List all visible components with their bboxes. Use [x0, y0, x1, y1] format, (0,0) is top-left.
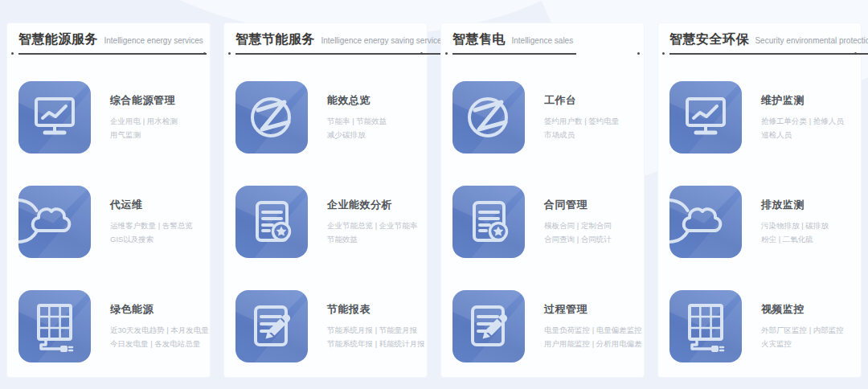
item-subline: 节能效益 — [327, 232, 417, 246]
service-item[interactable]: 代运维 运维客户数量 | 告警总览 GIS以及搜索 — [18, 186, 205, 258]
card-header: 智慧能源服务 Intelligence energy services — [12, 31, 205, 59]
service-item[interactable]: 合同管理 模板合同 | 定制合同 合同查询 | 合同统计 — [452, 186, 639, 258]
item-title: 排放监测 — [761, 198, 829, 212]
service-card-energy-saving: 智慧节能服务 Intelligence energy saving servic… — [223, 23, 428, 378]
item-subline: 电量负荷监控 | 电量偏差监控 — [544, 323, 639, 337]
z-circle-icon — [235, 81, 308, 154]
item-subline: 节能系统月报 | 节能量月报 — [327, 323, 422, 337]
item-title: 过程管理 — [544, 302, 639, 317]
item-title: 视频监控 — [761, 302, 844, 317]
card-subtitle: Intelligence sales — [511, 36, 573, 45]
item-subline: 企业节能总览 | 企业节能率 — [327, 219, 417, 232]
item-subline: 签约用户数 | 签约电量 — [544, 114, 619, 128]
item-title: 绿色能源 — [110, 302, 205, 317]
item-title: 合同管理 — [544, 198, 612, 212]
doc-star-icon — [452, 186, 525, 258]
item-subline: 运维客户数量 | 告警总览 — [110, 219, 193, 232]
item-subline: 减少碳排放 — [327, 128, 387, 141]
card-header: 智慧节能服务 Intelligence energy saving servic… — [229, 31, 422, 59]
card-subtitle: Intelligence energy saving services — [321, 36, 445, 45]
item-subline: 模板合同 | 定制合同 — [544, 219, 612, 232]
service-item[interactable]: 综合能源管理 企业用电 | 用水检测 用气监测 — [18, 81, 205, 154]
doc-pencil-icon — [235, 290, 308, 362]
item-subline: 粉尘 | 二氧化硫 — [761, 232, 829, 246]
item-title: 工作台 — [544, 93, 619, 108]
header-dot-right — [203, 52, 206, 55]
service-item[interactable]: 视频监控 外部厂区监控 | 内部监控 火灾监控 — [669, 290, 856, 362]
card-title: 智慧能源服务 — [18, 32, 98, 46]
solar-panel-icon — [18, 290, 91, 362]
monitor-chart-icon — [669, 81, 742, 154]
item-subline: 用气监测 — [110, 128, 178, 141]
service-item[interactable]: 企业能效分析 企业节能总览 | 企业节能率 节能效益 — [235, 186, 422, 258]
item-subline: 节能率 | 节能效益 — [327, 114, 387, 128]
z-circle-icon — [452, 81, 525, 154]
item-title: 综合能源管理 — [110, 93, 178, 108]
item-title: 节能报表 — [327, 302, 422, 317]
item-title: 代运维 — [110, 198, 193, 212]
header-dot-left — [228, 52, 231, 55]
header-dot-right — [854, 52, 857, 55]
header-dot-right — [637, 52, 640, 55]
solar-panel-icon — [669, 290, 742, 362]
item-subline: 用户用能监控 | 分析用电偏差 — [544, 337, 639, 350]
card-header: 智慧安全环保 Security environmental protection — [663, 31, 856, 59]
header-dot-left — [445, 52, 448, 55]
service-card-safety: 智慧安全环保 Security environmental protection… — [657, 23, 862, 378]
card-subtitle: Intelligence energy services — [104, 36, 203, 45]
card-subtitle: Security environmental protection — [755, 36, 868, 45]
cloud-circle-icon — [18, 186, 91, 258]
item-subline: 近30天发电趋势 | 本月发电量 — [110, 323, 205, 337]
header-dot-right — [420, 52, 423, 55]
doc-star-icon — [235, 186, 308, 258]
header-dot-left — [11, 52, 14, 55]
service-item[interactable]: 工作台 签约用户数 | 签约电量 市场成员 — [452, 81, 639, 154]
service-item[interactable]: 过程管理 电量负荷监控 | 电量偏差监控 用户用能监控 | 分析用电偏差 — [452, 290, 639, 362]
item-subline: 巡检人员 — [761, 128, 844, 141]
header-dot-left — [662, 52, 665, 55]
service-card-energy: 智慧能源服务 Intelligence energy services 综合能源… — [6, 23, 211, 378]
item-subline: GIS以及搜索 — [110, 232, 193, 246]
service-item[interactable]: 排放监测 污染物排放 | 碳排放 粉尘 | 二氧化硫 — [669, 186, 856, 258]
service-columns: 智慧能源服务 Intelligence energy services 综合能源… — [6, 23, 862, 378]
card-title: 智慧安全环保 — [669, 32, 749, 46]
doc-pencil-icon — [452, 290, 525, 362]
card-title: 智慧售电 — [452, 32, 506, 46]
service-item[interactable]: 能效总览 节能率 | 节能效益 减少碳排放 — [235, 81, 422, 154]
service-item[interactable]: 维护监测 抢修工单分类 | 抢修人员 巡检人员 — [669, 81, 856, 154]
service-card-sales: 智慧售电 Intelligence sales 工作台 签约用户数 | 签约电量… — [440, 23, 645, 378]
item-subline: 外部厂区监控 | 内部监控 — [761, 323, 844, 337]
item-subline: 节能系统年报 | 耗能统计月报 — [327, 337, 422, 350]
service-item[interactable]: 节能报表 节能系统月报 | 节能量月报 节能系统年报 | 耗能统计月报 — [235, 290, 422, 362]
item-subline: 市场成员 — [544, 128, 619, 141]
item-subline: 今日发电量 | 各发电站总量 — [110, 337, 205, 350]
item-title: 维护监测 — [761, 93, 844, 108]
item-title: 能效总览 — [327, 93, 387, 108]
item-subline: 火灾监控 — [761, 337, 844, 350]
cloud-circle-icon — [669, 186, 742, 258]
item-subline: 污染物排放 | 碳排放 — [761, 219, 829, 232]
service-item[interactable]: 绿色能源 近30天发电趋势 | 本月发电量 今日发电量 | 各发电站总量 — [18, 290, 205, 362]
item-title: 企业能效分析 — [327, 198, 417, 212]
item-subline: 合同查询 | 合同统计 — [544, 232, 612, 246]
monitor-chart-icon — [18, 81, 91, 154]
card-title: 智慧节能服务 — [235, 32, 315, 46]
item-subline: 企业用电 | 用水检测 — [110, 114, 178, 128]
card-header: 智慧售电 Intelligence sales — [446, 31, 639, 59]
item-subline: 抢修工单分类 | 抢修人员 — [761, 114, 844, 128]
